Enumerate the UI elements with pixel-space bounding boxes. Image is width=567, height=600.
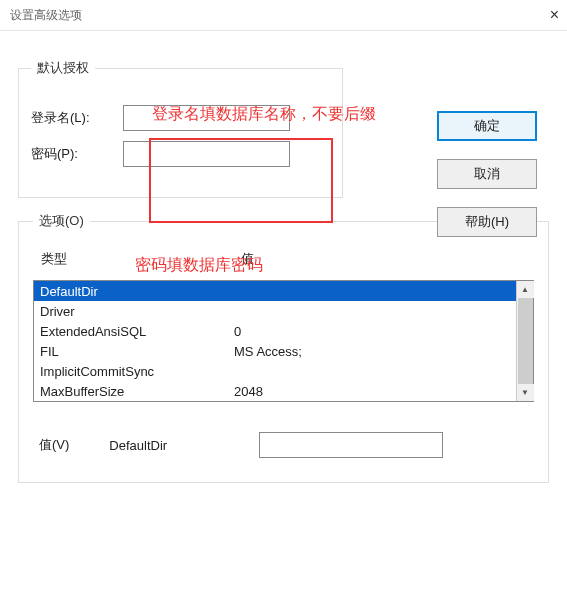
list-item[interactable]: FIL MS Access;	[34, 341, 516, 361]
list-item-type: FIL	[40, 344, 234, 359]
button-column: 确定 取消 帮助(H)	[437, 111, 537, 237]
scroll-down-icon[interactable]: ▼	[517, 384, 534, 401]
password-row: 密码(P):	[31, 141, 330, 167]
password-input[interactable]	[123, 141, 290, 167]
list-item[interactable]: Driver	[34, 301, 516, 321]
auth-legend: 默认授权	[31, 59, 95, 77]
list-item[interactable]: ExtendedAnsiSQL 0	[34, 321, 516, 341]
list-item-type: ImplicitCommitSync	[40, 364, 234, 379]
help-button[interactable]: 帮助(H)	[437, 207, 537, 237]
value-label: 值(V)	[39, 436, 69, 454]
annotation-password-hint: 密码填数据库密码	[135, 255, 263, 276]
list-item[interactable]: ImplicitCommitSync	[34, 361, 516, 381]
list-item-type: Driver	[40, 304, 234, 319]
list-header: 类型 值	[41, 250, 534, 268]
list-item[interactable]: MaxBufferSize 2048	[34, 381, 516, 401]
list-item-type: MaxBufferSize	[40, 384, 234, 399]
annotation-login-hint: 登录名填数据库名称，不要后缀	[152, 104, 376, 125]
value-editor-row: 值(V) DefaultDir	[33, 432, 534, 458]
window-title: 设置高级选项	[10, 7, 82, 24]
options-group: 选项(O) 类型 值 DefaultDir Driver Extend	[18, 212, 549, 483]
value-name: DefaultDir	[109, 438, 219, 453]
login-label: 登录名(L):	[31, 109, 123, 127]
scroll-up-icon[interactable]: ▲	[517, 281, 534, 298]
close-icon[interactable]: ×	[529, 6, 559, 24]
value-input[interactable]	[259, 432, 443, 458]
list-item-value: 2048	[234, 384, 510, 399]
list-item-value: 0	[234, 324, 510, 339]
auth-group: 默认授权 登录名(L): 密码(P):	[18, 59, 343, 198]
scroll-thumb[interactable]	[518, 298, 533, 384]
list-item-type: ExtendedAnsiSQL	[40, 324, 234, 339]
window-body: 默认授权 登录名(L): 密码(P): 登录名填数据库名称，不要后缀 密码填数据…	[0, 30, 567, 600]
cancel-button[interactable]: 取消	[437, 159, 537, 189]
password-label: 密码(P):	[31, 145, 123, 163]
ok-button[interactable]: 确定	[437, 111, 537, 141]
list-item[interactable]: DefaultDir	[34, 281, 516, 301]
list-item-value: MS Access;	[234, 344, 510, 359]
options-legend: 选项(O)	[33, 212, 90, 230]
list-item-type: DefaultDir	[40, 284, 234, 299]
options-list[interactable]: DefaultDir Driver ExtendedAnsiSQL 0 FIL …	[34, 281, 516, 401]
scrollbar[interactable]: ▲ ▼	[516, 281, 533, 401]
title-bar: 设置高级选项 ×	[0, 0, 567, 30]
options-list-container: DefaultDir Driver ExtendedAnsiSQL 0 FIL …	[33, 280, 534, 402]
